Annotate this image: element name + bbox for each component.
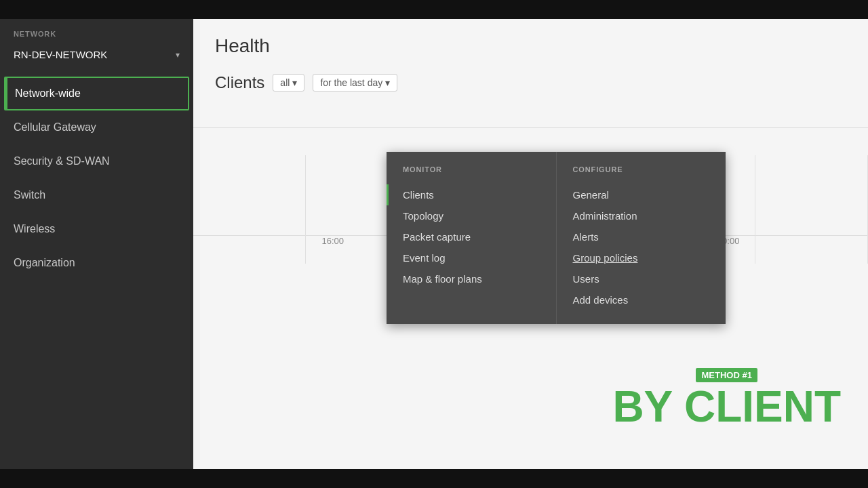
sidebar-item-label: Security & SD-WAN	[14, 155, 110, 167]
network-name: RN-DEV-NETWORK	[14, 49, 107, 60]
sidebar-item-security-sd-wan[interactable]: Security & SD-WAN	[0, 144, 193, 178]
sidebar-item-switch[interactable]: Switch	[0, 178, 193, 212]
nav-dropdown-menu: MONITOR Clients Topology Packet capture …	[387, 152, 726, 324]
chevron-down-icon: ▾	[176, 50, 180, 60]
by-client-text: BY CLIENT	[612, 385, 841, 428]
clients-label: Clients	[215, 73, 264, 92]
time-dropdown-button[interactable]: for the last day ▾	[313, 74, 397, 92]
configure-section-label: CONFIGURE	[573, 165, 710, 174]
dropdown-item-add-devices[interactable]: Add devices	[573, 289, 710, 310]
bottom-bar	[0, 469, 868, 488]
dropdown-columns: MONITOR Clients Topology Packet capture …	[387, 152, 726, 324]
sidebar-item-cellular-gateway[interactable]: Cellular Gateway	[0, 110, 193, 144]
dropdown-item-topology[interactable]: Topology	[403, 205, 540, 226]
sidebar-item-wireless[interactable]: Wireless	[0, 212, 193, 246]
dropdown-item-alerts[interactable]: Alerts	[573, 226, 710, 247]
main-content: Health Clients all ▾ for the last day ▾	[193, 19, 868, 469]
chart-x-label: 16:00	[322, 236, 344, 246]
time-dropdown-chevron-icon: ▾	[385, 77, 390, 88]
all-dropdown-chevron-icon: ▾	[292, 77, 297, 88]
sidebar-item-label: Organization	[14, 257, 75, 268]
chart-vline	[755, 155, 868, 264]
sidebar-item-label: Cellular Gateway	[14, 121, 96, 133]
network-label: NETWORK	[0, 30, 193, 43]
sidebar-item-label: Wireless	[14, 223, 55, 235]
sidebar-item-label: Network-wide	[15, 87, 81, 99]
sidebar-item-organization[interactable]: Organization	[0, 246, 193, 280]
monitor-section-label: MONITOR	[403, 165, 540, 174]
dropdown-item-administration[interactable]: Administration	[573, 205, 710, 226]
all-dropdown-button[interactable]: all ▾	[273, 74, 304, 92]
dropdown-item-clients[interactable]: Clients	[403, 184, 540, 205]
dropdown-item-event-log[interactable]: Event log	[403, 247, 540, 268]
page-title: Health	[193, 19, 868, 62]
monitor-column: MONITOR Clients Topology Packet capture …	[387, 152, 557, 324]
network-selector[interactable]: RN-DEV-NETWORK ▾	[0, 43, 193, 71]
dropdown-item-general[interactable]: General	[573, 184, 710, 205]
sidebar-nav: Network-wide Cellular Gateway Security &…	[0, 77, 193, 280]
sidebar: NETWORK RN-DEV-NETWORK ▾ Network-wide Ce…	[0, 19, 193, 469]
watermark-area: METHOD #1 BY CLIENT	[612, 368, 841, 428]
top-bar	[0, 0, 868, 19]
clients-row: Clients all ▾ for the last day ▾	[193, 62, 868, 103]
dropdown-item-packet-capture[interactable]: Packet capture	[403, 226, 540, 247]
chart-vline	[193, 155, 306, 264]
dropdown-item-group-policies[interactable]: Group policies	[573, 247, 710, 268]
dropdown-item-users[interactable]: Users	[573, 268, 710, 289]
configure-column: CONFIGURE General Administration Alerts …	[557, 152, 726, 324]
method-badge: METHOD #1	[696, 368, 757, 382]
dropdown-item-map-floor-plans[interactable]: Map & floor plans	[403, 268, 540, 289]
all-dropdown-label: all	[280, 77, 290, 88]
sidebar-item-label: Switch	[14, 189, 45, 201]
sidebar-item-network-wide[interactable]: Network-wide	[4, 77, 189, 110]
time-dropdown-label: for the last day	[320, 77, 382, 88]
